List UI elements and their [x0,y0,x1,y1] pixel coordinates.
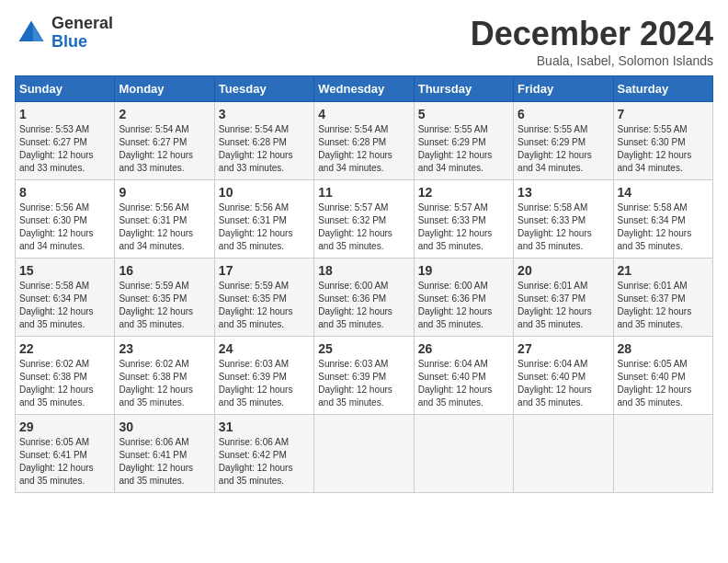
day-info: Sunrise: 5:55 AM Sunset: 6:29 PM Dayligh… [518,123,609,175]
day-info: Sunrise: 6:05 AM Sunset: 6:41 PM Dayligh… [19,436,110,488]
day-number: 12 [418,185,509,200]
month-title: December 2024 [471,15,713,53]
day-cell: 13Sunrise: 5:58 AM Sunset: 6:33 PM Dayli… [514,180,613,259]
day-number: 30 [119,419,210,434]
header-cell-wednesday: Wednesday [314,76,414,102]
day-info: Sunrise: 6:04 AM Sunset: 6:40 PM Dayligh… [518,358,609,409]
logo-icon [15,17,48,50]
calendar-table: SundayMondayTuesdayWednesdayThursdayFrid… [15,75,713,493]
day-cell [414,415,513,493]
day-info: Sunrise: 5:55 AM Sunset: 6:30 PM Dayligh… [618,123,709,175]
day-cell: 20Sunrise: 6:01 AM Sunset: 6:37 PM Dayli… [514,259,613,337]
day-cell: 21Sunrise: 6:01 AM Sunset: 6:37 PM Dayli… [613,259,712,337]
header: General Blue December 2024 Buala, Isabel… [15,15,713,68]
day-number: 13 [518,185,609,200]
day-info: Sunrise: 5:54 AM Sunset: 6:27 PM Dayligh… [119,123,210,175]
day-number: 6 [518,107,609,121]
day-info: Sunrise: 5:59 AM Sunset: 6:35 PM Dayligh… [119,280,210,331]
day-cell: 27Sunrise: 6:04 AM Sunset: 6:40 PM Dayli… [514,337,613,415]
day-info: Sunrise: 5:58 AM Sunset: 6:34 PM Dayligh… [618,201,709,253]
header-cell-saturday: Saturday [613,76,712,102]
day-number: 5 [418,107,509,121]
day-cell: 2Sunrise: 5:54 AM Sunset: 6:27 PM Daylig… [115,102,214,180]
calendar-body: 1Sunrise: 5:53 AM Sunset: 6:27 PM Daylig… [16,102,713,493]
day-number: 27 [518,341,609,356]
week-row-2: 8Sunrise: 5:56 AM Sunset: 6:30 PM Daylig… [16,180,713,259]
day-info: Sunrise: 5:59 AM Sunset: 6:35 PM Dayligh… [219,280,310,331]
week-row-3: 15Sunrise: 5:58 AM Sunset: 6:34 PM Dayli… [16,259,713,337]
day-number: 1 [19,107,110,121]
logo-general-text: General [51,15,113,33]
day-cell: 6Sunrise: 5:55 AM Sunset: 6:29 PM Daylig… [514,102,613,180]
day-cell: 30Sunrise: 6:06 AM Sunset: 6:41 PM Dayli… [115,415,214,493]
header-row: SundayMondayTuesdayWednesdayThursdayFrid… [16,76,713,102]
day-info: Sunrise: 6:02 AM Sunset: 6:38 PM Dayligh… [119,358,210,409]
day-cell: 5Sunrise: 5:55 AM Sunset: 6:29 PM Daylig… [414,102,513,180]
day-number: 11 [318,185,409,200]
day-cell [613,415,712,493]
day-cell: 16Sunrise: 5:59 AM Sunset: 6:35 PM Dayli… [115,259,214,337]
day-cell: 14Sunrise: 5:58 AM Sunset: 6:34 PM Dayli… [613,180,712,259]
day-cell: 8Sunrise: 5:56 AM Sunset: 6:30 PM Daylig… [16,180,115,259]
day-cell: 10Sunrise: 5:56 AM Sunset: 6:31 PM Dayli… [214,180,313,259]
day-number: 20 [518,263,609,278]
day-info: Sunrise: 6:02 AM Sunset: 6:38 PM Dayligh… [19,358,110,409]
header-cell-friday: Friday [514,76,613,102]
day-number: 10 [219,185,310,200]
day-number: 23 [119,341,210,356]
day-info: Sunrise: 6:01 AM Sunset: 6:37 PM Dayligh… [618,280,709,331]
day-info: Sunrise: 6:06 AM Sunset: 6:42 PM Dayligh… [219,436,310,488]
day-number: 15 [19,263,110,278]
day-cell: 17Sunrise: 5:59 AM Sunset: 6:35 PM Dayli… [214,259,313,337]
day-cell: 23Sunrise: 6:02 AM Sunset: 6:38 PM Dayli… [115,337,214,415]
day-number: 17 [219,263,310,278]
header-cell-sunday: Sunday [16,76,115,102]
day-number: 8 [19,185,110,200]
day-number: 9 [119,185,210,200]
title-section: December 2024 Buala, Isabel, Solomon Isl… [471,15,713,68]
day-cell: 4Sunrise: 5:54 AM Sunset: 6:28 PM Daylig… [314,102,414,180]
day-number: 31 [219,419,310,434]
day-info: Sunrise: 5:56 AM Sunset: 6:30 PM Dayligh… [19,201,110,253]
day-cell: 26Sunrise: 6:04 AM Sunset: 6:40 PM Dayli… [414,337,513,415]
day-cell: 9Sunrise: 5:56 AM Sunset: 6:31 PM Daylig… [115,180,214,259]
day-number: 21 [618,263,709,278]
day-info: Sunrise: 5:58 AM Sunset: 6:34 PM Dayligh… [19,280,110,331]
day-info: Sunrise: 6:05 AM Sunset: 6:40 PM Dayligh… [618,358,709,409]
day-info: Sunrise: 5:54 AM Sunset: 6:28 PM Dayligh… [219,123,310,175]
day-cell: 11Sunrise: 5:57 AM Sunset: 6:32 PM Dayli… [314,180,414,259]
week-row-1: 1Sunrise: 5:53 AM Sunset: 6:27 PM Daylig… [16,102,713,180]
day-cell: 24Sunrise: 6:03 AM Sunset: 6:39 PM Dayli… [214,337,313,415]
day-number: 3 [219,107,310,121]
day-cell: 7Sunrise: 5:55 AM Sunset: 6:30 PM Daylig… [613,102,712,180]
day-info: Sunrise: 5:57 AM Sunset: 6:33 PM Dayligh… [418,201,509,253]
day-cell: 22Sunrise: 6:02 AM Sunset: 6:38 PM Dayli… [16,337,115,415]
day-cell [314,415,414,493]
day-cell: 25Sunrise: 6:03 AM Sunset: 6:39 PM Dayli… [314,337,414,415]
day-cell [514,415,613,493]
day-number: 2 [119,107,210,121]
day-number: 26 [418,341,509,356]
day-info: Sunrise: 6:00 AM Sunset: 6:36 PM Dayligh… [418,280,509,331]
day-number: 24 [219,341,310,356]
day-cell: 18Sunrise: 6:00 AM Sunset: 6:36 PM Dayli… [314,259,414,337]
week-row-4: 22Sunrise: 6:02 AM Sunset: 6:38 PM Dayli… [16,337,713,415]
day-number: 19 [418,263,509,278]
header-cell-tuesday: Tuesday [214,76,313,102]
day-info: Sunrise: 5:56 AM Sunset: 6:31 PM Dayligh… [119,201,210,253]
day-info: Sunrise: 6:06 AM Sunset: 6:41 PM Dayligh… [119,436,210,488]
day-info: Sunrise: 6:03 AM Sunset: 6:39 PM Dayligh… [318,358,409,409]
header-cell-thursday: Thursday [414,76,513,102]
day-cell: 3Sunrise: 5:54 AM Sunset: 6:28 PM Daylig… [214,102,313,180]
day-number: 7 [618,107,709,121]
day-cell: 31Sunrise: 6:06 AM Sunset: 6:42 PM Dayli… [214,415,313,493]
day-number: 14 [618,185,709,200]
day-info: Sunrise: 5:57 AM Sunset: 6:32 PM Dayligh… [318,201,409,253]
day-info: Sunrise: 6:01 AM Sunset: 6:37 PM Dayligh… [518,280,609,331]
day-number: 16 [119,263,210,278]
day-cell: 1Sunrise: 5:53 AM Sunset: 6:27 PM Daylig… [16,102,115,180]
day-info: Sunrise: 5:56 AM Sunset: 6:31 PM Dayligh… [219,201,310,253]
day-info: Sunrise: 5:54 AM Sunset: 6:28 PM Dayligh… [318,123,409,175]
header-cell-monday: Monday [115,76,214,102]
day-info: Sunrise: 5:53 AM Sunset: 6:27 PM Dayligh… [19,123,110,175]
